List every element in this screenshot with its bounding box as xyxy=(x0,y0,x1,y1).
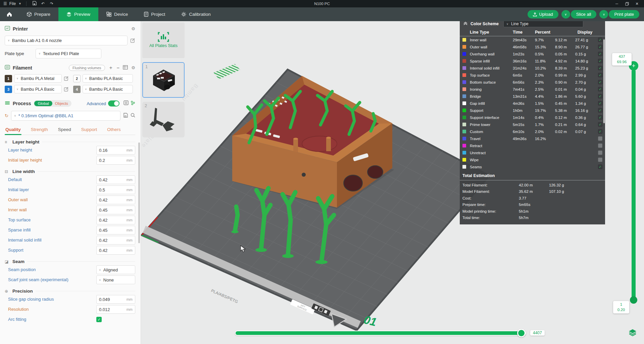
redo-icon[interactable]: ↷ xyxy=(49,1,55,6)
display-checkbox[interactable]: ✓ xyxy=(598,80,602,84)
display-checkbox[interactable]: ✓ xyxy=(598,87,602,91)
print-plate-dropdown-chevron[interactable]: ∨ xyxy=(599,10,608,18)
param-input[interactable]: 0.2mm xyxy=(96,156,135,165)
search-preset-icon[interactable] xyxy=(131,113,135,119)
close-button[interactable]: ✕ xyxy=(633,0,641,7)
filament-select-4[interactable]: ∨Bambu PLA Basic xyxy=(83,85,133,93)
display-checkbox[interactable]: ✓ xyxy=(598,52,602,56)
display-checkbox[interactable] xyxy=(598,150,602,155)
param-input[interactable]: 0.012mm xyxy=(96,305,135,314)
reset-preset-icon[interactable]: ↻ xyxy=(5,113,8,118)
param-input[interactable]: 0.45mm xyxy=(96,206,135,214)
param-input[interactable]: 0.42mm xyxy=(96,216,135,224)
tab-device[interactable]: Device xyxy=(98,7,136,21)
tab-home[interactable] xyxy=(0,7,19,21)
filament-chip-4[interactable]: 4 xyxy=(73,86,81,93)
display-checkbox[interactable]: ✓ xyxy=(598,108,602,113)
param-input[interactable]: 0.42mm xyxy=(96,246,135,255)
plate-thumbnail-1[interactable]: 1 xyxy=(142,62,185,98)
filament-select-2[interactable]: ∨Bambu PLA Basic xyxy=(83,74,133,83)
objects-settings-icon[interactable] xyxy=(131,100,135,106)
display-checkbox[interactable]: ✓ xyxy=(598,115,602,120)
layer-slider-track[interactable] xyxy=(632,69,636,300)
filament-chip-3[interactable]: 3 xyxy=(5,86,12,93)
print-plate-button[interactable]: Print plate xyxy=(609,10,639,18)
layers-view-icon[interactable] xyxy=(628,329,637,338)
display-checkbox[interactable]: ✓ xyxy=(598,122,602,127)
undo-icon[interactable]: ↶ xyxy=(40,1,46,6)
display-checkbox[interactable]: ✓ xyxy=(598,59,602,63)
save-preset-icon[interactable] xyxy=(123,113,128,119)
tab-calibration[interactable]: Calibration xyxy=(173,7,219,21)
process-scope-switch[interactable]: Global Objects xyxy=(34,100,71,107)
view-mode-select[interactable]: ∨Line Type xyxy=(503,20,583,27)
slice-all-button[interactable]: Slice all xyxy=(571,10,597,18)
display-checkbox[interactable]: ✓ xyxy=(598,66,602,70)
global-option[interactable]: Global xyxy=(34,101,52,106)
slice-all-dropdown-chevron[interactable]: ∨ xyxy=(561,10,570,18)
restore-button[interactable] xyxy=(623,0,631,7)
param-select[interactable]: ∨None xyxy=(96,275,135,284)
advanced-toggle[interactable] xyxy=(108,100,119,106)
plate-thumbnail-2[interactable]: 2 xyxy=(142,102,185,137)
tab-preview[interactable]: Preview xyxy=(58,7,98,21)
process-tab-others[interactable]: Others xyxy=(106,125,121,135)
filament-select-1[interactable]: ∨Bambu PLA Metal xyxy=(14,74,62,83)
printer-settings-gear-icon[interactable]: ⚙ xyxy=(131,26,135,31)
process-tab-speed[interactable]: Speed xyxy=(57,125,72,135)
param-input[interactable]: 0.5mm xyxy=(96,185,135,194)
upload-button[interactable]: Upload xyxy=(528,10,558,18)
process-tab-strength[interactable]: Strength xyxy=(30,125,49,135)
layer-slider-bottom-knob[interactable] xyxy=(630,296,637,304)
display-checkbox[interactable]: ✓ xyxy=(598,94,602,98)
filament-edit-icon[interactable] xyxy=(64,87,71,92)
display-checkbox[interactable] xyxy=(598,143,602,148)
hamburger-icon[interactable]: ☰ xyxy=(3,1,7,6)
tab-project[interactable]: Project xyxy=(136,7,173,21)
display-checkbox[interactable]: ✓ xyxy=(598,73,602,77)
param-select[interactable]: ∨Aligned xyxy=(96,265,135,274)
display-checkbox[interactable]: ✓ xyxy=(598,165,602,169)
file-menu-chevron-icon[interactable]: ▼ xyxy=(18,2,21,5)
printer-select[interactable]: ∨Bambu Lab A1 0.4 nozzle xyxy=(5,36,128,45)
param-checkbox[interactable]: ✓ xyxy=(96,317,102,322)
filament-select-3[interactable]: ∨Bambu PLA Basic xyxy=(14,85,62,93)
printer-edit-icon[interactable] xyxy=(130,38,135,43)
collapse-panel-icon[interactable] xyxy=(463,21,468,27)
display-checkbox[interactable]: ✓ xyxy=(598,38,602,42)
flushing-volumes-button[interactable]: Flushing volumes xyxy=(69,65,105,71)
objects-option[interactable]: Objects xyxy=(52,101,71,106)
param-input[interactable]: 0.42mm xyxy=(96,196,135,204)
parameter-list-icon[interactable] xyxy=(123,100,129,106)
display-checkbox[interactable] xyxy=(598,136,602,141)
plate-type-select[interactable]: ∨Textured PEI Plate xyxy=(36,49,101,58)
param-input[interactable]: 0.16mm xyxy=(96,146,135,155)
param-input[interactable]: 0.049mm xyxy=(96,295,135,304)
move-slider-track[interactable] xyxy=(235,331,526,336)
param-input[interactable]: 0.42mm xyxy=(96,236,135,245)
file-menu[interactable]: File xyxy=(9,1,16,6)
minimize-button[interactable]: ─ xyxy=(612,0,621,7)
move-slider-knob[interactable] xyxy=(517,329,526,337)
process-preset-select[interactable]: ∨* 0.16mm Optimal @BBL A1 xyxy=(11,111,120,121)
all-plates-stats-button[interactable]: All Plates Stats xyxy=(142,23,185,58)
filament-chip-1[interactable]: 1 xyxy=(5,75,12,82)
filament-settings-gear-icon[interactable]: ⚙ xyxy=(131,65,135,70)
param-input[interactable]: 0.42mm xyxy=(96,175,135,184)
filament-edit-icon[interactable] xyxy=(64,76,71,81)
add-filament-button[interactable]: ＋ xyxy=(108,64,113,71)
save-icon[interactable] xyxy=(31,1,37,6)
display-checkbox[interactable]: ✓ xyxy=(598,129,602,134)
param-input[interactable]: 0.45mm xyxy=(96,226,135,234)
filament-chip-2[interactable]: 2 xyxy=(73,75,81,82)
process-tab-support[interactable]: Support xyxy=(81,125,98,135)
stats-panel-scrollbar[interactable] xyxy=(603,39,605,123)
tab-prepare[interactable]: Prepare xyxy=(19,7,58,21)
sidebar-scrollbar[interactable] xyxy=(138,142,140,243)
display-checkbox[interactable]: ✓ xyxy=(598,45,602,49)
display-checkbox[interactable] xyxy=(598,158,602,162)
remove-filament-button[interactable]: − xyxy=(117,65,120,71)
process-tab-quality[interactable]: Quality xyxy=(5,125,21,135)
display-checkbox[interactable]: ✓ xyxy=(598,101,602,105)
filament-table-icon[interactable] xyxy=(123,65,128,71)
